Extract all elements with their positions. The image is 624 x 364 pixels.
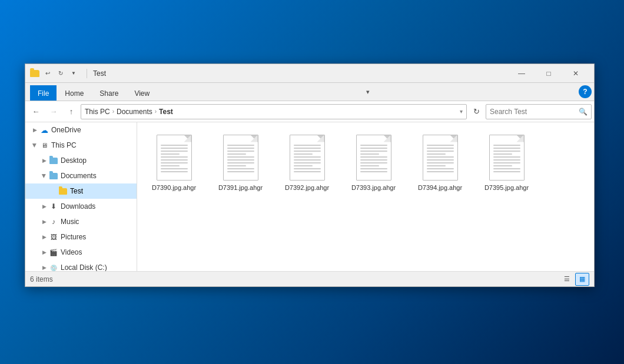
- file-item[interactable]: D7392.jpg.ahgr: [276, 128, 338, 196]
- pictures-icon: 🖼: [49, 232, 58, 242]
- quick-access-undo[interactable]: ↩: [42, 68, 54, 79]
- navigation-bar: ← → ↑ This PC › Documents › Test ▾ ↻: [25, 101, 594, 122]
- expand-arrow-thispc: ▶: [30, 141, 39, 150]
- expand-arrow-videos: ▶: [39, 248, 49, 257]
- file-item[interactable]: D7395.jpg.ahgr: [476, 128, 537, 196]
- sidebar-item-this-pc[interactable]: ▶ 🖥 This PC: [25, 138, 137, 153]
- back-icon: ←: [32, 107, 40, 116]
- breadcrumb-thispc: This PC: [85, 108, 110, 116]
- music-icon: ♪: [49, 217, 58, 226]
- sidebar-label-videos: Videos: [61, 248, 82, 256]
- local-disk-icon: 💿: [49, 263, 58, 271]
- desktop-icon: [49, 156, 58, 165]
- forward-button[interactable]: →: [45, 103, 62, 120]
- ribbon: File Home Share View ▾ ?: [25, 83, 594, 101]
- expand-arrow-music: ▶: [39, 217, 49, 226]
- quick-access-dropdown[interactable]: ▼: [68, 68, 79, 79]
- search-icon[interactable]: 🔍: [579, 108, 588, 116]
- file-icon: [486, 132, 527, 182]
- file-icon: [420, 132, 461, 182]
- main-area: ▶ ☁ OneDrive ▶ 🖥 This PC ▶ Des: [25, 122, 594, 271]
- tab-file[interactable]: File: [30, 85, 57, 101]
- file-item[interactable]: D7391.jpg.ahgr: [210, 128, 271, 196]
- sidebar-item-local-disk[interactable]: ▶ 💿 Local Disk (C:): [25, 260, 137, 271]
- quick-access-redo[interactable]: ↻: [55, 68, 67, 79]
- expand-arrow-desktop: ▶: [39, 156, 49, 165]
- sidebar-item-music[interactable]: ▶ ♪ Music: [25, 214, 137, 229]
- quick-access-toolbar: ↩ ↻ ▼: [42, 68, 79, 79]
- expand-arrow-onedrive: ▶: [30, 125, 39, 135]
- test-folder-icon: [58, 186, 68, 196]
- help-button[interactable]: ?: [579, 85, 592, 98]
- up-button[interactable]: ↑: [63, 103, 79, 120]
- documents-icon: [49, 171, 58, 181]
- content-area: D7390.jpg.ahgr D7391.jpg.ahgr D7392.jpg.…: [137, 122, 594, 271]
- expand-arrow-disk: ▶: [39, 263, 49, 271]
- details-view-button[interactable]: ☰: [560, 273, 574, 286]
- file-name: D7390.jpg.ahgr: [152, 183, 196, 192]
- sidebar-label-local-disk: Local Disk (C:): [61, 263, 107, 271]
- expand-arrow-pictures: ▶: [39, 232, 49, 242]
- sidebar-item-downloads[interactable]: ▶ ⬇ Downloads: [25, 199, 137, 214]
- sidebar-label-onedrive: OneDrive: [51, 126, 81, 134]
- ribbon-tab-bar: File Home Share View ▾ ?: [25, 83, 594, 101]
- title-bar-icon: [30, 69, 39, 78]
- videos-icon: 🎬: [49, 248, 58, 257]
- minimize-button[interactable]: —: [508, 64, 535, 83]
- address-bar[interactable]: This PC › Documents › Test ▾: [81, 104, 467, 119]
- title-separator: [87, 69, 87, 78]
- sidebar-item-desktop[interactable]: ▶ Desktop: [25, 153, 137, 168]
- sidebar-item-onedrive[interactable]: ▶ ☁ OneDrive: [25, 122, 137, 138]
- sidebar-item-videos[interactable]: ▶ 🎬 Videos: [25, 245, 137, 260]
- icons-view-button[interactable]: ▦: [575, 273, 589, 286]
- file-item[interactable]: D7390.jpg.ahgr: [143, 128, 205, 196]
- file-name: D7392.jpg.ahgr: [285, 183, 329, 192]
- expand-arrow-downloads: ▶: [39, 202, 49, 211]
- maximize-button[interactable]: □: [535, 64, 562, 83]
- breadcrumb-sep-1: ›: [112, 108, 114, 115]
- this-pc-icon: 🖥: [39, 141, 49, 150]
- status-bar: 6 items ☰ ▦: [25, 271, 594, 286]
- onedrive-icon: ☁: [39, 125, 49, 135]
- downloads-icon: ⬇: [49, 202, 58, 211]
- sidebar-label-music: Music: [61, 218, 79, 226]
- sidebar-label-downloads: Downloads: [61, 202, 95, 211]
- files-grid: D7390.jpg.ahgr D7391.jpg.ahgr D7392.jpg.…: [143, 128, 588, 196]
- close-button[interactable]: ✕: [562, 64, 589, 83]
- sidebar-label-pictures: Pictures: [61, 233, 86, 241]
- back-button[interactable]: ←: [28, 103, 44, 120]
- sidebar: ▶ ☁ OneDrive ▶ 🖥 This PC ▶ Des: [25, 122, 137, 271]
- breadcrumb-documents: Documents: [117, 108, 152, 116]
- sidebar-item-test[interactable]: ▶ Test: [25, 183, 137, 199]
- file-name: D7391.jpg.ahgr: [218, 183, 263, 192]
- file-item[interactable]: D7394.jpg.ahgr: [409, 128, 471, 196]
- search-input[interactable]: [490, 108, 579, 116]
- window-controls: — □ ✕: [508, 64, 589, 83]
- breadcrumb-test: Test: [159, 108, 173, 116]
- address-dropdown-arrow: ▾: [460, 108, 463, 115]
- ribbon-expand-arrow[interactable]: ▾: [366, 88, 370, 96]
- search-box[interactable]: 🔍: [486, 104, 592, 119]
- window: ↩ ↻ ▼ Test — □ ✕ File Home Share View: [25, 64, 595, 287]
- tab-home[interactable]: Home: [57, 85, 91, 101]
- file-name: D7394.jpg.ahgr: [418, 183, 462, 192]
- tab-share[interactable]: Share: [92, 85, 126, 101]
- file-icon: [154, 132, 195, 182]
- sidebar-label-test: Test: [70, 187, 83, 195]
- item-count: 6 items: [30, 275, 53, 283]
- file-icon: [353, 132, 394, 182]
- up-icon: ↑: [69, 107, 74, 116]
- sidebar-item-pictures[interactable]: ▶ 🖼 Pictures: [25, 229, 137, 245]
- sidebar-label-documents: Documents: [61, 172, 97, 180]
- sidebar-label-this-pc: This PC: [51, 141, 77, 149]
- refresh-button[interactable]: ↻: [468, 103, 484, 120]
- tab-view[interactable]: View: [127, 85, 157, 101]
- sidebar-label-desktop: Desktop: [61, 156, 87, 165]
- refresh-icon: ↻: [473, 107, 480, 116]
- breadcrumb-sep-2: ›: [155, 108, 157, 115]
- sidebar-item-documents[interactable]: ▶ Documents: [25, 168, 137, 183]
- file-icon: [220, 132, 261, 182]
- view-buttons: ☰ ▦: [560, 273, 589, 286]
- window-title: Test: [93, 69, 508, 78]
- file-item[interactable]: D7393.jpg.ahgr: [343, 128, 404, 196]
